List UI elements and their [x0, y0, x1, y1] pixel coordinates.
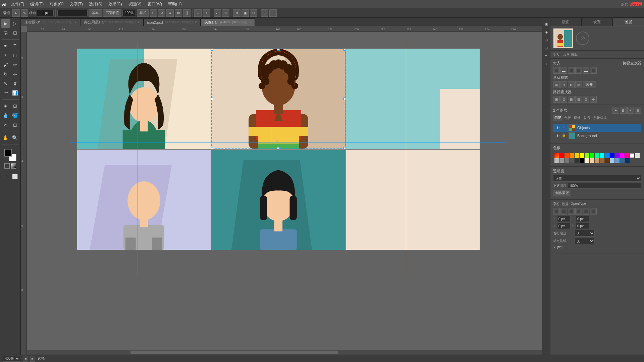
panel-icon-4[interactable]: ⊡ [543, 45, 550, 51]
trim-btn[interactable]: ⊡ [560, 96, 567, 103]
tb-refresh-btn[interactable]: ↺ [158, 9, 165, 17]
fg-bg-swatches[interactable] [4, 149, 16, 161]
work-area[interactable] [27, 32, 550, 355]
tb-puppet-btn[interactable]: ⋮ [261, 9, 268, 17]
crop-btn[interactable]: ⊟ [575, 96, 582, 103]
layer-eye-objects[interactable]: 👁 [555, 125, 560, 130]
swatch-skin1[interactable] [585, 158, 589, 163]
swatch-blue3[interactable] [620, 158, 625, 163]
type-tab-char[interactable]: 字符 [553, 202, 560, 206]
tab-3[interactable]: 头像1.ai @ 400% (RGB/预览) × [201, 18, 255, 26]
swatch-0[interactable] [554, 153, 559, 158]
padding-top-input[interactable] [557, 216, 571, 222]
nav-prev-btn[interactable]: ◀ [23, 356, 28, 362]
swatch-13[interactable] [620, 153, 625, 158]
swatch-black[interactable] [580, 158, 584, 163]
scrollbar-h-thumb[interactable] [130, 351, 338, 354]
text-align-j-last[interactable]: ⬛ [583, 208, 589, 215]
tb-expand-btn[interactable]: ⊞ [222, 9, 229, 17]
tb-stroke-width[interactable] [37, 10, 54, 16]
align-center-v-btn[interactable]: ▬ [583, 67, 589, 74]
delete-layer-btn[interactable]: 🗑 [620, 107, 627, 114]
expand-btn[interactable]: 展开 [583, 81, 596, 88]
text-align-right[interactable]: ⬛ [568, 208, 575, 215]
free-transform-tool[interactable]: ⊡ [11, 28, 19, 37]
brush-tool[interactable]: 🖌 [1, 60, 10, 69]
scissors-tool[interactable]: ✂ [1, 120, 10, 129]
swatch-14[interactable] [625, 153, 630, 158]
panel-icon-2[interactable]: ◈ [543, 28, 550, 35]
swatch-blue2[interactable] [615, 158, 620, 163]
tab-close-0[interactable]: × [74, 20, 76, 24]
menu-help[interactable]: 帮助(H) [165, 1, 184, 8]
swatch-gray3[interactable] [565, 158, 569, 163]
tab-0[interactable]: 未标题-3* @ 100% (CMYK/预览) × [21, 18, 80, 26]
swatch-dgray[interactable] [575, 158, 579, 163]
subtab-shape[interactable]: 形状样式 [592, 115, 608, 121]
layer-lock-objects[interactable]: □ [562, 125, 567, 130]
layer-item-background[interactable]: 👁 🔒 Background [553, 132, 641, 140]
menu-type[interactable]: 文字(T) [67, 1, 86, 8]
outline-btn[interactable]: ⊠ [583, 96, 589, 103]
first-line-select[interactable]: 无 [575, 230, 595, 237]
menu-edit[interactable]: 编辑(E) [28, 1, 46, 8]
type-tab-para[interactable]: 段落 [562, 202, 569, 206]
panel-tab-settings[interactable]: 设置 [582, 18, 613, 26]
tab-close-3[interactable]: × [250, 20, 252, 24]
align-left-btn[interactable]: ⬛ [553, 67, 560, 74]
minus-front-btn[interactable]: ⊖ [560, 81, 567, 88]
swatch-gray2[interactable] [559, 158, 564, 163]
gradient-swatch[interactable] [11, 163, 16, 169]
swatch-12[interactable] [615, 153, 620, 158]
no-fill-btn[interactable] [4, 163, 10, 169]
align-bottom-btn[interactable]: ⬛ [590, 67, 597, 74]
tb-style-btn[interactable]: 样式 [137, 9, 149, 17]
opacity-input[interactable] [568, 183, 641, 189]
panel-icon-3[interactable]: ⊞ [543, 37, 550, 43]
swatch-4[interactable] [575, 153, 579, 158]
tab-2[interactable]: icon2.psd @ 100% (RGB/预览) × [144, 18, 201, 26]
tb-embed-btn[interactable]: ▣ [241, 9, 249, 17]
type-tab-ot[interactable]: OpenType [571, 202, 586, 206]
intersect-btn[interactable]: ⊗ [568, 81, 575, 88]
align-top-btn[interactable]: ⬛ [575, 67, 582, 74]
canvas-area[interactable]: 72 84 96 112 124 136 144 156 168 180 192… [21, 26, 550, 355]
minus-back-btn[interactable]: ⊖ [590, 96, 597, 103]
tb-select-btn[interactable]: ▸ [12, 9, 20, 17]
menu-effect[interactable]: 效果(C) [106, 1, 125, 8]
tb-corner-btn[interactable]: ⌐ [214, 9, 221, 17]
mirror-tool[interactable]: ⇔ [11, 70, 19, 78]
make-mask-btn[interactable]: 制作蒙版 [553, 190, 571, 196]
text-align-left[interactable]: ⬛ [553, 208, 560, 215]
tb-stroke-btn[interactable]: 基本 [89, 9, 102, 17]
subtab-symbol[interactable]: 符号 [582, 115, 592, 121]
panel-icon-6[interactable]: T [543, 61, 550, 67]
swatch-10[interactable] [605, 153, 609, 158]
padding-right-input[interactable] [576, 216, 589, 222]
tb-v-align[interactable]: ↕ [203, 9, 210, 17]
zoom-select[interactable]: 400% 200% 100% 50% [3, 356, 20, 362]
tb-pen-btn[interactable]: ✎ [21, 9, 28, 17]
select-tool[interactable]: ▶ [1, 19, 10, 28]
swatch-3[interactable] [570, 153, 574, 158]
swatch-2[interactable] [565, 153, 569, 158]
swatch-11[interactable] [610, 153, 614, 158]
swatch-gray1[interactable] [554, 158, 559, 163]
swatch-blue1[interactable] [610, 158, 614, 163]
swatch-gray4[interactable] [570, 158, 574, 163]
zoom-tool[interactable]: 🔍 [11, 133, 19, 142]
swatch-5[interactable] [580, 153, 584, 158]
padding-left-input[interactable] [576, 223, 589, 229]
swatch-8[interactable] [595, 153, 599, 158]
tab-close-2[interactable]: × [195, 20, 197, 24]
graph-tool[interactable]: 📊 [11, 88, 19, 97]
tb-style-input[interactable] [57, 10, 88, 16]
subtab-color[interactable]: 色板 [563, 115, 572, 121]
merge-btn[interactable]: ⊞ [568, 96, 575, 103]
align-right-btn[interactable]: ⬛ [568, 67, 575, 74]
menu-view[interactable]: 视图(V) [125, 1, 144, 8]
tb-more-btn[interactable]: ||| [183, 9, 191, 17]
layer-item-objects[interactable]: 👁 □ Objects [553, 124, 641, 132]
full-screen-btn[interactable]: ⬜ [11, 172, 19, 181]
layer-eye-background[interactable]: 👁 [555, 133, 560, 138]
